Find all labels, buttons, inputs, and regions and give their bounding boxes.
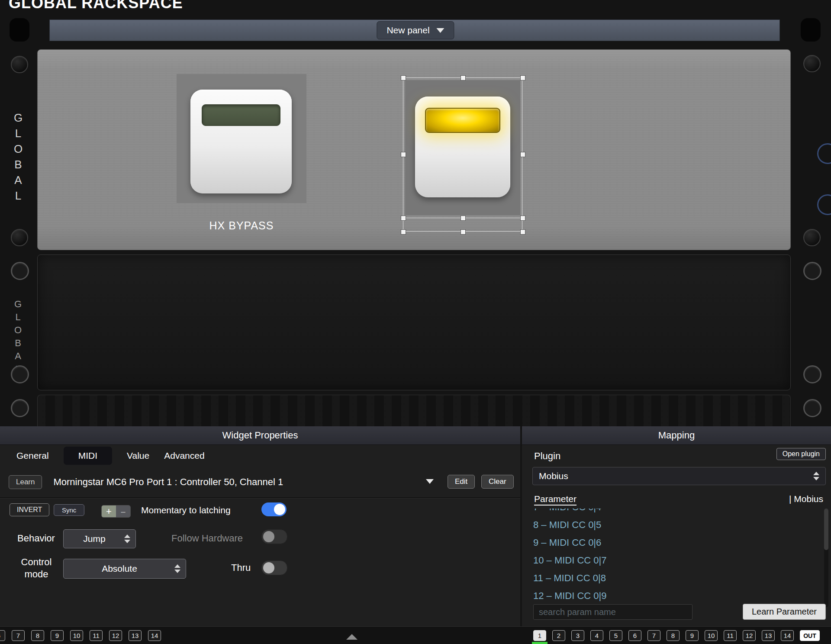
variation-button-8[interactable]: 8 [667,630,680,641]
props-tabs: GeneralMIDIValueAdvanced [0,444,520,467]
selection-handle[interactable] [401,229,406,235]
selection-handle[interactable] [520,216,525,221]
minus-icon[interactable]: – [116,506,130,517]
increment-decrement-control[interactable]: + – [101,505,131,518]
variation-button-3[interactable]: 3 [571,630,584,641]
variation-button-7[interactable]: 7 [12,630,25,641]
midi-options-row: INVERT Sync + – Momentary to latching [0,501,520,522]
learn-button[interactable]: Learn [9,475,42,489]
rackspace-panel-3 [37,395,791,430]
selection-handle[interactable] [401,152,406,157]
parameter-item[interactable]: 9 – MIDI CC 0|6 [533,534,820,551]
footer-left-buttons: 67891011121314 [0,630,161,641]
variation-button-10[interactable]: 10 [70,630,83,641]
midi-assignment-row: Learn Morningstar MC6 Pro Port 1 : Contr… [0,471,520,493]
edit-button[interactable]: Edit [448,475,475,489]
parameter-label: Parameter [534,494,577,504]
variation-button-13[interactable]: 13 [762,630,775,641]
parameter-list: 7 – MIDI CC 0|48 – MIDI CC 0|59 – MIDI C… [533,509,820,607]
plus-icon[interactable]: + [102,506,116,517]
rack-screw [803,55,821,72]
mapping-pane: Mapping Plugin Open plugin Mobius Parame… [522,426,831,627]
led-indicator-off [202,104,280,126]
updown-arrows-icon [124,535,130,543]
scrollbar-thumb[interactable] [824,509,828,550]
parameter-item[interactable]: 10 – MIDI CC 0|7 [533,551,820,569]
control-mode-row: Control mode Absolute Thru [0,556,520,577]
rack-screw [803,229,821,246]
selection-handle[interactable] [401,216,406,221]
plugin-select[interactable]: Mobius [532,467,826,485]
variation-button-10[interactable]: 10 [705,630,718,641]
tab-general[interactable]: General [16,451,49,461]
variation-button-9[interactable]: 9 [51,630,64,641]
toggle-knob [263,562,274,573]
updown-arrows-icon [174,564,180,573]
rack2-side-label: GLOBAL [12,299,23,377]
parameter-item[interactable]: 12 – MIDI CC 0|9 [533,587,820,605]
gig-performer-window: GLOBAL RACKSPACE New panel HX BYPASS [0,0,831,644]
momentary-to-latching-toggle[interactable] [261,502,287,516]
variation-button-11[interactable]: 11 [724,630,737,641]
behavior-row: Behavior Jump Follow Hardware [0,528,520,549]
search-param-input[interactable] [533,604,692,620]
variation-button-8[interactable]: 8 [31,630,44,641]
rack-screw [11,399,29,417]
parameter-item[interactable]: 11 – MIDI CC 0|8 [533,569,820,587]
invert-button[interactable]: INVERT [10,503,49,516]
selection-handle[interactable] [461,75,466,80]
selection-handle[interactable] [461,216,466,221]
new-panel-label: New panel [387,25,429,35]
selected-widget[interactable] [403,77,522,232]
parameter-item[interactable]: 7 – MIDI CC 0|4 [533,509,820,516]
open-plugin-button[interactable]: Open plugin [776,448,826,460]
control-mode-select[interactable]: Absolute [63,559,186,579]
out-button[interactable]: OUT [800,630,820,641]
selection-handle[interactable] [520,152,525,157]
variation-button-12[interactable]: 12 [743,630,756,641]
variation-button-13[interactable]: 13 [129,630,142,641]
selection-handle[interactable] [401,75,406,80]
expand-up-icon[interactable] [346,634,358,640]
tab-midi[interactable]: MIDI [64,447,112,465]
variation-button-12[interactable]: 12 [109,630,122,641]
new-panel-button[interactable]: New panel [377,21,454,39]
variation-button-6[interactable]: 6 [628,630,641,641]
parameter-item[interactable]: 8 – MIDI CC 0|5 [533,516,820,534]
learn-parameter-button[interactable]: Learn Parameter [743,604,826,620]
thru-toggle[interactable] [261,560,287,575]
behavior-select[interactable]: Jump [63,529,136,548]
behavior-label: Behavior [17,533,55,544]
rack-ear-left [10,18,29,42]
footer-bar: 67891011121314 1234567891011121314OUT [0,626,831,644]
behavior-value: Jump [69,534,120,544]
variation-button-14[interactable]: 14 [781,630,794,641]
selection-handle[interactable] [461,229,466,235]
clear-button[interactable]: Clear [481,475,514,489]
widget-hx-bypass[interactable] [177,74,306,203]
updown-arrows-icon [813,472,819,480]
page-title: GLOBAL RACKSPACE [9,0,183,12]
selection-handle[interactable] [520,75,525,80]
button-widget[interactable] [190,90,292,193]
variation-button-1[interactable]: 1 [533,630,546,641]
rack-screw [11,229,28,246]
variation-button-14[interactable]: 14 [148,630,161,641]
follow-hardware-toggle[interactable] [261,529,287,544]
plugin-value: Mobius [539,471,809,481]
variation-button-11[interactable]: 11 [90,630,103,641]
variation-button-7[interactable]: 7 [647,630,660,641]
footer-right-buttons: 1234567891011121314OUT [533,630,820,641]
panel-selector-bar: New panel [0,17,831,42]
variation-button-6[interactable]: 6 [0,630,5,641]
parameter-plugin-name: | Mobius [789,494,823,504]
tab-advanced[interactable]: Advanced [164,451,204,461]
sync-button[interactable]: Sync [54,504,84,516]
tab-value[interactable]: Value [127,451,149,461]
selection-handle[interactable] [520,229,525,235]
assignment-dropdown-icon[interactable] [426,479,434,484]
variation-button-5[interactable]: 5 [609,630,622,641]
variation-button-9[interactable]: 9 [686,630,699,641]
variation-button-4[interactable]: 4 [590,630,603,641]
variation-button-2[interactable]: 2 [552,630,565,641]
